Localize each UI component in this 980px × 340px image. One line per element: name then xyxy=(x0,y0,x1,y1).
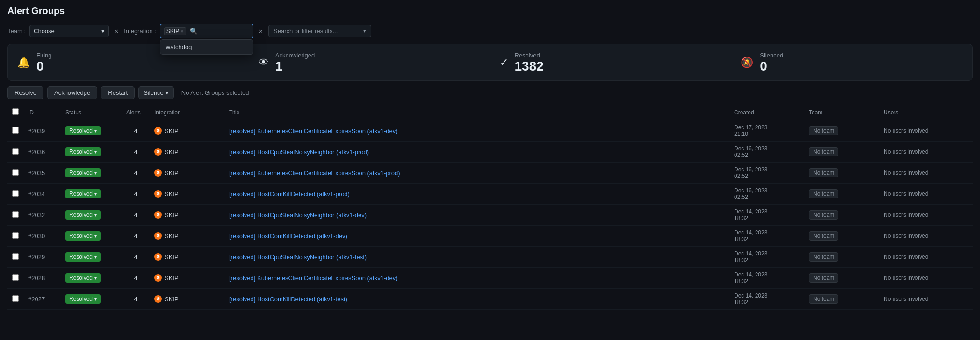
row-title[interactable]: [resolved] HostCpuStealNoisyNeighbor (at… xyxy=(224,142,729,163)
acknowledge-button[interactable]: Acknowledge xyxy=(47,86,97,99)
row-integration: ⚙ SKIP xyxy=(150,289,224,310)
row-id: #2036 xyxy=(23,142,61,163)
firing-icon: 🔔 xyxy=(17,57,30,69)
row-users: No users involved xyxy=(879,268,973,289)
row-id: #2030 xyxy=(23,226,61,247)
table-row: #2032 Resolved ▾ 4 ⚙ SKIP [resolved] Hos… xyxy=(7,205,973,226)
title-link[interactable]: [resolved] HostCpuStealNoisyNeighbor (at… xyxy=(229,212,367,219)
title-link[interactable]: [resolved] HostOomKillDetected (atkv1-te… xyxy=(229,296,347,303)
silence-button[interactable]: Silence ▾ xyxy=(138,86,174,99)
title-link[interactable]: [resolved] KubernetesClientCertificateEx… xyxy=(229,128,398,135)
row-checkbox[interactable] xyxy=(12,274,19,281)
row-title[interactable]: [resolved] HostCpuStealNoisyNeighbor (at… xyxy=(224,247,729,268)
row-checkbox-cell[interactable] xyxy=(7,142,23,163)
row-status[interactable]: Resolved ▾ xyxy=(61,247,122,268)
stat-card-silenced[interactable]: 🔕 Silenced 0 xyxy=(731,44,972,80)
row-checkbox[interactable] xyxy=(12,253,19,260)
integration-icon: ⚙ xyxy=(154,253,162,261)
status-badge[interactable]: Resolved ▾ xyxy=(65,294,101,304)
row-title[interactable]: [resolved] KubernetesClientCertificateEx… xyxy=(224,163,729,184)
row-title[interactable]: [resolved] HostOomKillDetected (atkv1-pr… xyxy=(224,184,729,205)
team-badge: No team xyxy=(809,210,838,220)
row-status[interactable]: Resolved ▾ xyxy=(61,142,122,163)
integration-clear-button[interactable]: × xyxy=(257,27,265,36)
select-all-checkbox[interactable] xyxy=(12,108,19,115)
team-label: Team : xyxy=(7,28,26,35)
resolve-button[interactable]: Resolve xyxy=(7,86,43,99)
status-chevron-icon: ▾ xyxy=(94,191,97,197)
col-header-created: Created xyxy=(729,105,804,120)
row-title[interactable]: [resolved] HostOomKillDetected (atkv1-de… xyxy=(224,226,729,247)
row-title[interactable]: [resolved] KubernetesClientCertificateEx… xyxy=(224,268,729,289)
row-alerts: 4 xyxy=(122,268,150,289)
row-checkbox[interactable] xyxy=(12,169,19,176)
row-checkbox-cell[interactable] xyxy=(7,120,23,142)
title-link[interactable]: [resolved] KubernetesClientCertificateEx… xyxy=(229,170,400,177)
status-badge[interactable]: Resolved ▾ xyxy=(65,231,101,241)
col-header-alerts: Alerts xyxy=(122,105,150,120)
row-status[interactable]: Resolved ▾ xyxy=(61,163,122,184)
row-checkbox-cell[interactable] xyxy=(7,226,23,247)
title-link[interactable]: [resolved] HostCpuStealNoisyNeighbor (at… xyxy=(229,254,367,261)
row-checkbox-cell[interactable] xyxy=(7,205,23,226)
row-id: #2039 xyxy=(23,120,61,142)
row-title[interactable]: [resolved] KubernetesClientCertificateEx… xyxy=(224,120,729,142)
status-badge[interactable]: Resolved ▾ xyxy=(65,210,101,220)
integration-search-icon[interactable]: 🔍 xyxy=(189,27,198,35)
row-checkbox[interactable] xyxy=(12,295,19,302)
results-search[interactable]: Search or filter results... ▾ xyxy=(268,25,371,37)
team-badge: No team xyxy=(809,147,838,156)
row-users: No users involved xyxy=(879,120,973,142)
team-clear-button[interactable]: × xyxy=(113,27,120,36)
row-checkbox[interactable] xyxy=(12,127,19,134)
restart-button[interactable]: Restart xyxy=(101,86,135,99)
team-badge: No team xyxy=(809,126,838,135)
integration-icon: ⚙ xyxy=(154,190,162,198)
integration-tag-close[interactable]: × xyxy=(180,28,183,34)
row-id: #2034 xyxy=(23,184,61,205)
row-checkbox[interactable] xyxy=(12,190,19,197)
filter-bar: Team : Choose ▾ × Integration : SKIP × 🔍… xyxy=(7,24,973,38)
stat-card-acknowledged[interactable]: 👁 Acknowledged 1 xyxy=(249,44,490,80)
row-status[interactable]: Resolved ▾ xyxy=(61,120,122,142)
status-badge[interactable]: Resolved ▾ xyxy=(65,126,101,135)
row-status[interactable]: Resolved ▾ xyxy=(61,205,122,226)
row-status[interactable]: Resolved ▾ xyxy=(61,184,122,205)
row-checkbox[interactable] xyxy=(12,148,19,155)
row-team: No team xyxy=(804,142,879,163)
row-checkbox-cell[interactable] xyxy=(7,184,23,205)
status-badge[interactable]: Resolved ▾ xyxy=(65,252,101,262)
select-all-header[interactable] xyxy=(7,105,23,120)
title-link[interactable]: [resolved] KubernetesClientCertificateEx… xyxy=(229,275,398,282)
row-alerts: 4 xyxy=(122,205,150,226)
row-status[interactable]: Resolved ▾ xyxy=(61,268,122,289)
title-link[interactable]: [resolved] HostOomKillDetected (atkv1-pr… xyxy=(229,191,350,198)
table-row: #2035 Resolved ▾ 4 ⚙ SKIP [resolved] Kub… xyxy=(7,163,973,184)
row-checkbox-cell[interactable] xyxy=(7,247,23,268)
row-checkbox[interactable] xyxy=(12,211,19,218)
row-checkbox-cell[interactable] xyxy=(7,163,23,184)
title-link[interactable]: [resolved] HostCpuStealNoisyNeighbor (at… xyxy=(229,149,369,156)
resolved-icon: ✓ xyxy=(500,57,508,69)
row-title[interactable]: [resolved] HostOomKillDetected (atkv1-te… xyxy=(224,289,729,310)
row-checkbox[interactable] xyxy=(12,232,19,239)
integration-name: SKIP xyxy=(165,212,179,219)
row-title[interactable]: [resolved] HostCpuStealNoisyNeighbor (at… xyxy=(224,205,729,226)
stat-card-resolved[interactable]: ✓ Resolved 1382 xyxy=(490,44,731,80)
row-status[interactable]: Resolved ▾ xyxy=(61,226,122,247)
integration-icon: ⚙ xyxy=(154,232,162,240)
status-badge[interactable]: Resolved ▾ xyxy=(65,189,101,198)
status-badge[interactable]: Resolved ▾ xyxy=(65,147,101,156)
dropdown-item-watchdog[interactable]: watchdog xyxy=(160,40,253,54)
status-badge[interactable]: Resolved ▾ xyxy=(65,273,101,283)
row-users: No users involved xyxy=(879,163,973,184)
integration-input-box[interactable]: SKIP × 🔍 xyxy=(160,24,253,38)
title-link[interactable]: [resolved] HostOomKillDetected (atkv1-de… xyxy=(229,233,347,240)
row-checkbox-cell[interactable] xyxy=(7,289,23,310)
integration-icon: ⚙ xyxy=(154,127,162,135)
team-select[interactable]: Choose ▾ xyxy=(29,25,109,37)
status-badge[interactable]: Resolved ▾ xyxy=(65,168,101,177)
team-badge: No team xyxy=(809,252,838,262)
row-checkbox-cell[interactable] xyxy=(7,268,23,289)
row-status[interactable]: Resolved ▾ xyxy=(61,289,122,310)
